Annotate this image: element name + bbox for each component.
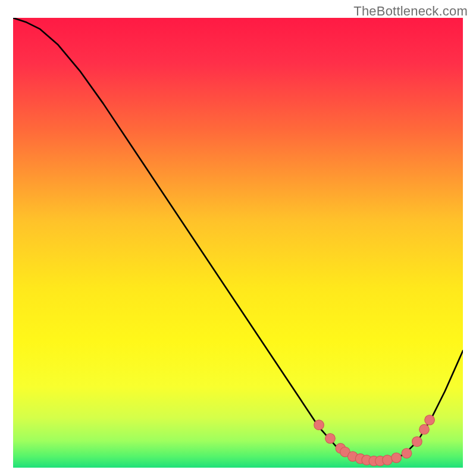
data-dot [325, 434, 336, 444]
plot-area [13, 18, 463, 468]
data-dot [425, 415, 435, 425]
chart-svg [13, 18, 463, 468]
gradient-background [13, 18, 463, 468]
data-dot [419, 424, 430, 434]
data-dot [383, 455, 393, 465]
data-dot [402, 448, 412, 458]
data-dot [314, 420, 324, 430]
chart-container: TheBottleneck.com [0, 0, 476, 476]
data-dot [392, 453, 402, 463]
watermark-text: TheBottleneck.com [353, 4, 468, 19]
data-dot [412, 437, 422, 447]
